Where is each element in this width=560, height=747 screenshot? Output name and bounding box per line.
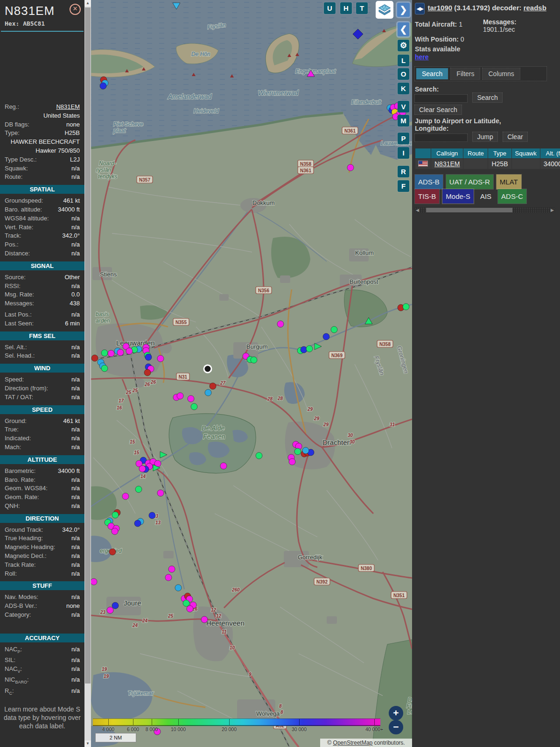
aircraft-history-dot[interactable] (175, 585, 182, 591)
aircraft-history-dot[interactable] (157, 355, 164, 362)
column-header[interactable]: Callsign (431, 148, 463, 158)
tar1090-link[interactable]: tar1090 (428, 4, 453, 12)
column-header[interactable]: Alt. (ft) (540, 148, 560, 158)
aircraft-history-dot[interactable] (157, 490, 164, 496)
aircraft-history-dot[interactable] (108, 350, 114, 357)
callsign-link[interactable]: N831EM (434, 160, 460, 168)
tab-filters[interactable]: Filters (451, 68, 480, 79)
map-button-i[interactable]: I (398, 147, 409, 159)
settings-gear-icon[interactable]: ⚙ (398, 40, 409, 51)
aircraft-history-dot[interactable] (191, 403, 197, 410)
search-input[interactable] (415, 95, 467, 102)
aircraft-history-dot[interactable] (149, 512, 155, 519)
tab-columns[interactable]: Columns (483, 68, 519, 79)
osm-link[interactable]: OpenStreetMap (333, 740, 373, 746)
scroll-right-icon[interactable]: ▶ (551, 207, 554, 213)
map-button-l[interactable]: L (398, 55, 409, 66)
row-value: n/a (19, 425, 80, 434)
sidebar-collapse-button[interactable]: ❮ (398, 22, 409, 36)
aircraft-history-dot[interactable] (112, 528, 118, 535)
aircraft-history-dot[interactable] (302, 447, 309, 454)
scrollbar-thumb[interactable] (426, 208, 512, 212)
column-header[interactable]: Route (463, 148, 488, 158)
map-button-k[interactable]: K (398, 83, 409, 94)
map-button-p[interactable]: P (398, 133, 409, 144)
map-button-o[interactable]: O (398, 68, 409, 80)
tab-search[interactable]: Search (416, 68, 448, 79)
aircraft-history-dot[interactable] (256, 452, 262, 459)
layer-switcher-button[interactable] (376, 1, 393, 19)
jump-input[interactable] (415, 134, 467, 141)
map-button-h[interactable]: H (340, 2, 352, 14)
aircraft-history-dot[interactable] (183, 600, 189, 606)
map[interactable]: FryslânDe HônEngelsmanplaatWierumerwadAm… (91, 0, 412, 747)
map-button-m[interactable]: M (398, 115, 409, 127)
aircraft-history-dot[interactable] (210, 383, 216, 389)
aircraft-history-dot[interactable] (101, 350, 108, 356)
aircraft-history-dot[interactable] (145, 354, 152, 360)
scrollbar-thumb[interactable] (85, 7, 91, 684)
jump-button[interactable]: Jump (473, 132, 497, 141)
aircraft-history-dot[interactable] (277, 321, 284, 327)
close-icon[interactable]: ✕ (70, 4, 81, 15)
zoom-out-button[interactable]: − (389, 720, 403, 734)
aircraft-history-dot[interactable] (323, 333, 329, 340)
aircraft-history-dot[interactable] (306, 345, 313, 352)
column-header[interactable] (415, 148, 431, 158)
jump-clear-button[interactable]: Clear (503, 132, 527, 141)
aircraft-history-dot[interactable] (205, 389, 211, 396)
map-button-t[interactable]: T (356, 2, 368, 14)
legend-tick-label: 4 000 (102, 726, 114, 732)
aircraft-history-dot[interactable] (107, 607, 113, 613)
scroll-up-icon[interactable]: ▲ (84, 0, 91, 7)
aircraft-history-dot[interactable] (220, 463, 227, 469)
aircraft-history-dot[interactable] (168, 566, 175, 572)
aircraft-history-dot[interactable] (144, 369, 151, 376)
scroll-down-icon[interactable]: ▼ (84, 740, 91, 747)
aircraft-history-dot[interactable] (201, 616, 208, 623)
aircraft-history-dot[interactable] (91, 355, 98, 361)
map-button-v[interactable]: V (398, 101, 409, 113)
aircraft-history-dot[interactable] (122, 493, 129, 500)
aircraft-history-dot[interactable] (403, 303, 409, 310)
aircraft-history-dot[interactable] (117, 349, 124, 356)
map-canvas[interactable]: FryslânDe HônEngelsmanplaatWierumerwadAm… (91, 0, 412, 747)
left-panel-scrollbar[interactable]: ▲ ▼ (84, 0, 91, 747)
registration-link[interactable]: N831EM (56, 103, 80, 110)
aircraft-history-dot[interactable] (100, 83, 106, 89)
table-horizontal-scrollbar[interactable]: ◀ ▶ (415, 207, 555, 213)
aircraft-history-dot[interactable] (294, 448, 301, 455)
table-row[interactable]: N831EMH25B34000 (415, 159, 560, 169)
map-button-r[interactable]: R (398, 166, 409, 177)
stats-here-link[interactable]: here (415, 53, 429, 61)
aircraft-history-dot[interactable] (109, 549, 116, 555)
section-rows: Source:OtherRSSI:n/aMsg. Rate:0.0Message… (0, 273, 84, 328)
clear-search-button[interactable]: Clear Search (415, 105, 462, 114)
zoom-in-button[interactable]: + (389, 706, 403, 720)
aircraft-history-dot[interactable] (112, 602, 119, 609)
readsb-link[interactable]: readsb (524, 4, 546, 12)
aircraft-history-dot[interactable] (347, 164, 354, 171)
aircraft-history-dot[interactable] (331, 326, 337, 333)
aircraft-history-dot[interactable] (187, 606, 193, 612)
aircraft-history-dot[interactable] (177, 393, 183, 399)
scroll-left-icon[interactable]: ◀ (416, 207, 419, 213)
aircraft-history-dot[interactable] (126, 348, 133, 354)
aircraft-history-dot[interactable] (101, 365, 108, 372)
column-header[interactable]: Type (488, 148, 511, 158)
map-button-f[interactable]: F (398, 180, 409, 192)
aircraft-history-dot[interactable] (112, 512, 119, 518)
aircraft-history-dot[interactable] (289, 458, 295, 465)
aircraft-history-dot[interactable] (91, 578, 97, 585)
sidebar-expand-button[interactable]: ❯ (397, 3, 410, 17)
panel-resize-icon[interactable]: ◀▶ (415, 3, 425, 14)
search-button[interactable]: Search (473, 93, 502, 102)
aircraft-history-dot[interactable] (134, 520, 141, 527)
aircraft-history-dot[interactable] (251, 357, 257, 363)
aircraft-history-dot[interactable] (165, 574, 172, 581)
aircraft-history-dot[interactable] (135, 486, 142, 493)
map-button-u[interactable]: U (324, 2, 336, 14)
aircraft-history-dot[interactable] (188, 395, 194, 402)
column-header[interactable]: Squawk (512, 148, 540, 158)
aircraft-history-dot[interactable] (139, 465, 146, 472)
